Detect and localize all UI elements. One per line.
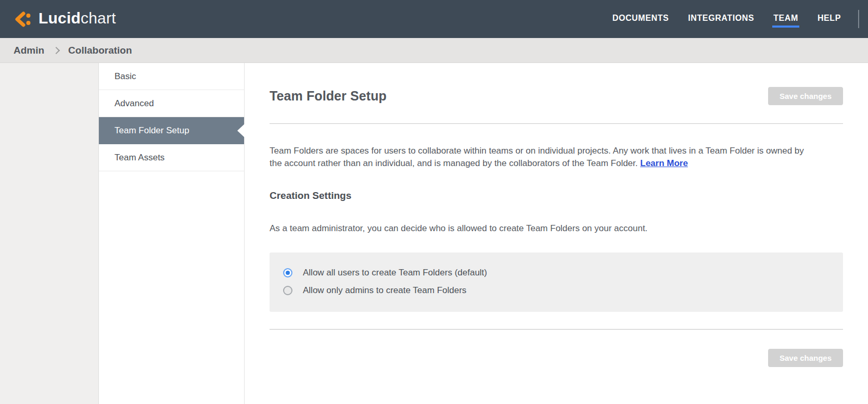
- page-title: Team Folder Setup: [270, 89, 387, 104]
- menu-item-basic[interactable]: Basic: [99, 63, 244, 90]
- menu-item-team-assets[interactable]: Team Assets: [99, 144, 244, 171]
- radio-selected-icon[interactable]: [283, 268, 292, 277]
- page-body: Basic Advanced Team Folder Setup Team As…: [0, 63, 868, 404]
- lucidchart-logo-icon: [14, 10, 32, 29]
- nav-integrations[interactable]: INTEGRATIONS: [688, 10, 754, 28]
- intro-text: Team Folders are spaces for users to col…: [270, 145, 806, 170]
- creation-settings-options: Allow all users to create Team Folders (…: [270, 253, 843, 312]
- radio-unselected-icon[interactable]: [283, 286, 292, 295]
- lucidchart-logo-text: Lucidchart: [39, 10, 116, 28]
- top-navbar: Lucidchart DOCUMENTS INTEGRATIONS TEAM H…: [0, 0, 868, 38]
- menu-item-advanced[interactable]: Advanced: [99, 90, 244, 117]
- lucidchart-logo[interactable]: Lucidchart: [14, 10, 116, 29]
- breadcrumb-admin[interactable]: Admin: [14, 45, 44, 56]
- creation-settings-heading: Creation Settings: [270, 190, 843, 201]
- radio-option-allow-only-admins[interactable]: Allow only admins to create Team Folders: [283, 282, 833, 299]
- creation-settings-description: As a team administrator, you can decide …: [270, 223, 843, 234]
- save-changes-button-top[interactable]: Save changes: [768, 87, 843, 105]
- radio-option-allow-all-users[interactable]: Allow all users to create Team Folders (…: [283, 264, 833, 282]
- save-changes-button-bottom[interactable]: Save changes: [768, 349, 843, 367]
- primary-nav: DOCUMENTS INTEGRATIONS TEAM HELP: [593, 10, 859, 28]
- learn-more-link[interactable]: Learn More: [640, 158, 688, 168]
- nav-team[interactable]: TEAM: [773, 10, 798, 28]
- menu-item-team-folder-setup[interactable]: Team Folder Setup: [99, 117, 244, 144]
- breadcrumb: Admin Collaboration: [0, 38, 868, 63]
- radio-option-label: Allow only admins to create Team Folders: [303, 285, 466, 296]
- nav-documents[interactable]: DOCUMENTS: [612, 10, 669, 28]
- left-gutter: [0, 63, 99, 404]
- radio-option-label: Allow all users to create Team Folders (…: [303, 268, 487, 278]
- main-content: Team Folder Setup Save changes Team Fold…: [245, 63, 868, 404]
- breadcrumb-collaboration: Collaboration: [68, 45, 132, 56]
- intro-text-body: Team Folders are spaces for users to col…: [270, 146, 804, 168]
- nav-divider: [858, 10, 859, 28]
- chevron-right-icon: [53, 46, 60, 54]
- settings-menu: Basic Advanced Team Folder Setup Team As…: [99, 63, 245, 404]
- bottom-divider: [270, 329, 843, 330]
- nav-help[interactable]: HELP: [818, 10, 841, 28]
- top-divider: [270, 123, 843, 124]
